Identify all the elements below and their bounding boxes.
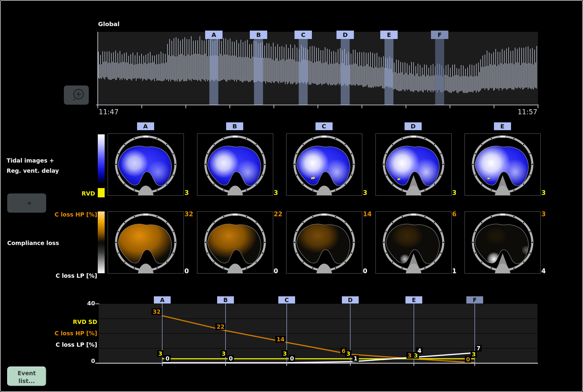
trend-series-label-closs-hp: C loss HP [%] [37,330,97,337]
trend-event-marker-C[interactable]: C [278,296,295,304]
trend-value-tag-closs-lp-E: 4 [416,347,423,354]
trend-value-tag-rvd-sd-B: 3 [220,350,227,357]
compliance-row-label: Compliance loss [7,240,59,246]
trend-value-tag-rvd-sd-D: 3 [345,350,351,357]
compliance-image-B [197,211,273,274]
closs-lp-value-D: 1 [452,268,457,274]
closs-lp-value-C: 0 [363,268,367,274]
trend-series-label-rvd-sd: RVD SD [37,319,97,325]
arrow-left-icon [9,194,48,213]
closs-lp-value-A: 0 [184,268,189,274]
event-list-button[interactable]: Eventlist... [7,367,46,386]
closs-hp-value-D: 6 [452,211,457,217]
waveform-event-band-C [299,39,308,105]
trend-value-tag-closs-lp-C: 0 [289,355,295,362]
trend-ymax-label: 40 [65,300,95,307]
waveform-event-band-A [209,39,218,105]
rvd-value-C: 3 [363,190,367,196]
trend-value-tag-closs-hp-C: 14 [275,336,286,343]
trend-value-tag-closs-lp-F: 7 [475,345,482,352]
trend-event-marker-F[interactable]: F [466,296,483,304]
compliance-image-E [465,211,541,274]
closs-lp-value-B: 0 [274,268,278,274]
trend-ymin-label: 0 [65,358,95,364]
tidal-image-marker-D[interactable]: D [405,122,422,130]
tidal-image-C [286,133,362,196]
trend-value-tag-closs-hp-B: 22 [215,323,226,330]
rvd-value-E: 3 [541,190,546,196]
tidal-image-marker-A[interactable]: A [137,122,154,130]
closs-hp-scale-label: C loss HP [%] [37,211,97,218]
trend-value-tag-closs-lp-A: 0 [164,355,171,362]
waveform-event-marker-C[interactable]: C [294,31,312,39]
rvd-value-B: 3 [274,190,278,196]
waveform-event-band-D [341,39,350,105]
trend-value-tag-closs-lp-D: 1 [352,355,359,362]
waveform-event-band-B [254,39,263,105]
closs-hp-value-E: 3 [541,211,546,217]
previous-row-button[interactable] [7,193,46,213]
closs-hp-value-C: 14 [363,211,372,217]
trend-value-tag-closs-hp-E: 3 [406,352,413,359]
trend-value-tag-rvd-sd-A: 3 [157,350,163,357]
time-start-label: 11:47 [99,108,118,116]
time-end-label: 11:57 [507,108,537,116]
pulmovista-trend-screen: Global ABCDEF 11:47 11:57 Tidal images +… [0,0,583,392]
closs-lp-scale-label: C loss LP [%] [37,272,97,279]
closs-hp-value-B: 22 [274,211,283,217]
trend-value-tag-closs-lp-B: 0 [228,355,234,362]
compliance-image-A [108,211,184,274]
waveform-event-marker-D[interactable]: D [336,31,354,39]
tidal-image-B [197,133,273,196]
waveform-event-marker-B[interactable]: B [250,31,267,39]
closs-lp-value-E: 4 [541,268,546,274]
trend-event-marker-D[interactable]: D [342,296,359,304]
tidal-row-label-line1: Tidal images + [7,157,54,164]
tidal-row-label-line2: Reg. vent. delay [7,167,59,174]
rvd-color-swatch [98,188,105,197]
closs-hp-value-A: 32 [184,211,193,217]
zoom-in-button[interactable] [64,85,89,105]
tidal-image-D [375,133,452,196]
tidal-image-marker-B[interactable]: B [226,122,243,130]
compliance-image-D [375,211,452,274]
trend-value-tag-rvd-sd-F: 3 [471,351,477,358]
rvd-value-A: 3 [184,190,189,196]
trend-event-marker-E[interactable]: E [405,296,422,304]
tidal-colorbar [98,134,105,184]
global-waveform-chart [96,30,540,110]
event-list-button-line2: list... [18,378,35,384]
trend-series-label-closs-lp: C loss LP [%] [37,341,97,348]
waveform-event-marker-F[interactable]: F [431,31,448,39]
trend-value-tag-rvd-sd-C: 3 [282,350,288,357]
tidal-image-marker-C[interactable]: C [315,122,333,130]
waveform-event-marker-E[interactable]: E [380,31,398,39]
waveform-event-marker-A[interactable]: A [205,31,223,39]
compliance-image-C [286,211,362,274]
event-list-button-line1: Event [18,370,36,376]
compliance-colorbar [98,211,105,273]
magnifier-plus-icon [66,86,91,105]
trend-event-marker-B[interactable]: B [217,296,234,304]
waveform-event-band-F [435,39,444,105]
tidal-image-marker-E[interactable]: E [494,122,511,130]
waveform-event-band-E [384,39,393,105]
tidal-image-A [108,133,184,196]
rvd-value-D: 3 [452,190,457,196]
trend-value-tag-closs-hp-A: 32 [151,308,162,315]
trend-event-marker-A[interactable]: A [154,296,171,304]
tidal-image-E [465,133,541,196]
global-chart-title: Global [98,20,120,28]
